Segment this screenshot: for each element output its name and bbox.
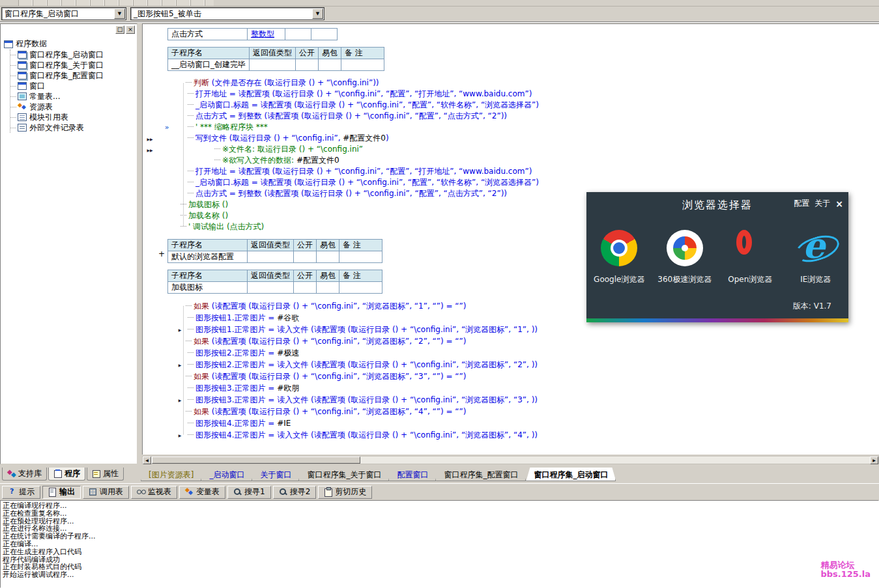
tree-item[interactable]: 资源表 — [10, 102, 136, 112]
table-cell[interactable] — [248, 251, 294, 263]
code-segment: #配置文件0 — [296, 156, 339, 165]
table-cell[interactable] — [339, 282, 382, 294]
table-header-cell: 子程序名 — [168, 48, 250, 59]
table-cell[interactable] — [294, 282, 317, 294]
table-cell[interactable] — [317, 251, 339, 263]
table-cell[interactable]: __启动窗口_创建完毕 — [168, 59, 250, 71]
window-set-combo[interactable]: 窗口程序集_启动窗口 ▼ — [1, 7, 126, 20]
table-cell[interactable] — [248, 282, 294, 294]
winset-icon — [18, 51, 27, 59]
gutter-marker-icon: ▶ — [174, 430, 186, 441]
var-table-cell[interactable] — [285, 29, 311, 40]
var-table-cell[interactable]: 点击方式 — [168, 29, 248, 40]
code-line[interactable]: 如果 (读配置项 (取运行目录 () + “\config.ini”, “浏览器… — [157, 335, 879, 347]
chevron-down-icon[interactable]: ▼ — [114, 8, 125, 19]
editor-tab[interactable]: 配置窗口 — [389, 468, 436, 481]
workspace-tab-prop[interactable]: 属性 — [87, 468, 124, 481]
close-icon[interactable]: × — [126, 25, 135, 34]
code-line[interactable]: 打开地址 = 读配置项 (取运行目录 () + “\config.ini”, “… — [157, 89, 879, 100]
tab-label: 监视表 — [148, 486, 171, 497]
code-line[interactable]: ▶图形按钮4.正常图片 = 读入文件 (读配置项 (取运行目录 () + “\c… — [157, 429, 879, 441]
code-line[interactable]: _启动窗口.标题 = 读配置项 (取运行目录 () + “\config.ini… — [157, 177, 879, 188]
output-tab[interactable]: 输出 — [42, 486, 81, 499]
fold-plus-marker[interactable]: + — [158, 249, 165, 259]
code-line[interactable]: ▶▶※文件名: 取运行目录 () + “\config.ini” — [157, 144, 879, 155]
browser-item[interactable]: Google浏览器 — [588, 230, 650, 285]
code-line[interactable]: »' *** 缩略程序块 *** — [157, 122, 879, 133]
tree-item[interactable]: 窗口程序集_配置窗口 — [10, 70, 136, 81]
code-line[interactable]: ▶图形按钮3.正常图片 = 读入文件 (读配置项 (取运行目录 () + “\c… — [157, 394, 879, 406]
output-tab[interactable]: 监视表 — [131, 486, 177, 499]
code-line[interactable]: 图形按钮2.正常图片 = #极速 — [157, 347, 879, 359]
chrome-icon[interactable] — [601, 230, 637, 266]
browser-item[interactable]: Open浏览器 — [719, 230, 781, 285]
table-cell[interactable] — [317, 282, 339, 294]
tree-item[interactable]: 窗口程序集_关于窗口 — [10, 60, 136, 70]
workspace-tab-lib[interactable]: 支持库 — [2, 468, 47, 481]
code-line[interactable]: ※欲写入文件的数据: #配置文件0 — [157, 155, 879, 166]
scrollbar-thumb[interactable] — [152, 456, 360, 464]
tree-item[interactable]: 模块引用表 — [10, 112, 136, 122]
table-cell[interactable]: 加载图标 — [168, 282, 248, 294]
workspace-tab-prog[interactable]: 程序 — [48, 468, 85, 481]
tree-root-program-data[interactable]: 程序数据 — [4, 38, 136, 49]
code-line[interactable]: 图形按钮3.正常图片 = #欧朋 — [157, 382, 879, 394]
code-line[interactable]: 如果 (读配置项 (取运行目录 () + “\config.ini”, “浏览器… — [157, 406, 879, 417]
horizontal-scrollbar[interactable]: ◀ ▶ — [142, 456, 879, 464]
var-table-cell[interactable]: 整数型 — [248, 29, 285, 40]
code-segment: (读配置项 (取运行目录 () + “\config.ini”, “浏览器图标”… — [212, 301, 467, 311]
output-tab[interactable]: 搜寻1 — [227, 486, 271, 499]
code-line[interactable]: _启动窗口.标题 = 读配置项 (取运行目录 () + “\config.ini… — [157, 100, 879, 111]
close-icon[interactable]: × — [835, 199, 843, 209]
chevron-down-icon[interactable]: ▼ — [312, 8, 323, 19]
browser-item[interactable]: IE浏览器 — [785, 230, 847, 285]
table-cell[interactable] — [296, 59, 319, 71]
editor-tab[interactable]: 关于窗口 — [252, 468, 299, 481]
table-cell[interactable]: 默认的浏览器配置 — [168, 251, 248, 263]
code-line[interactable]: ▶▶写到文件 (取运行目录 () + “\config.ini”, #配置文件0… — [157, 133, 879, 144]
code-segment: 判断 — [194, 78, 212, 87]
dock-icon[interactable]: □ — [115, 25, 124, 34]
editor-tab[interactable]: 窗口程序集_关于窗口 — [299, 468, 389, 481]
code-line[interactable]: 判断 (文件是否存在 (取运行目录 () + “\config.ini”)) — [157, 77, 879, 89]
tree-item[interactable]: 外部文件记录表 — [10, 122, 136, 133]
code-line[interactable]: 点击方式 = 到整数 (读配置项 (取运行目录 () + “\config.in… — [157, 111, 879, 122]
table-cell[interactable] — [250, 59, 296, 71]
code-segment: #IE — [277, 419, 291, 428]
program-data-panel: □ × 程序数据 窗口程序集_启动窗口窗口程序集_关于窗口窗口程序集_配置窗口窗… — [0, 23, 137, 464]
editor-tab[interactable]: [图片资源表] — [141, 468, 201, 481]
output-tab[interactable]: 变量表 — [179, 486, 225, 499]
output-tab[interactable]: 剪切历史 — [318, 486, 372, 499]
code-line[interactable]: 如果 (读配置项 (取运行目录 () + “\config.ini”, “浏览器… — [157, 371, 879, 382]
tree-item[interactable]: 窗口 — [10, 81, 136, 91]
table-cell[interactable] — [294, 251, 317, 263]
var-table-cell[interactable] — [311, 29, 338, 40]
tree-connector — [180, 226, 186, 227]
event-combo[interactable]: _图形按钮5_被单击 ▼ — [130, 7, 324, 20]
table-cell[interactable] — [339, 251, 382, 263]
editor-tab[interactable]: 窗口程序集_启动窗口 — [526, 468, 616, 481]
editor-tab[interactable]: _启动窗口 — [201, 468, 252, 481]
tree-item[interactable]: 窗口程序集_启动窗口 — [10, 49, 136, 60]
ie-icon[interactable] — [798, 230, 834, 266]
about-menu-item[interactable]: 关于 — [814, 198, 830, 209]
code-segment: 图形按钮3.正常图片 = — [195, 384, 277, 393]
opera-icon[interactable] — [732, 230, 768, 266]
code-line[interactable]: ▶图形按钮2.正常图片 = 读入文件 (读配置项 (取运行目录 () + “\c… — [157, 359, 879, 371]
table-cell[interactable] — [319, 59, 341, 71]
scroll-right-icon[interactable]: ▶ — [870, 456, 878, 464]
output-tab[interactable]: 提示 — [2, 486, 40, 499]
browser-item[interactable]: 360极速浏览器 — [654, 230, 716, 285]
output-tab[interactable]: 调用表 — [83, 486, 129, 499]
code-segment: 点击方式 = 到整数 (读配置项 (取运行目录 () + “\config.in… — [195, 111, 507, 120]
output-tab[interactable]: 搜寻2 — [273, 486, 317, 499]
tree-item[interactable]: 常量表... — [10, 91, 136, 102]
editor-tab[interactable]: 窗口程序集_配置窗口 — [436, 468, 526, 481]
config-menu-item[interactable]: 配置 — [794, 198, 809, 209]
s360-icon[interactable] — [667, 230, 703, 266]
code-line[interactable]: 图形按钮4.正常图片 = #IE — [157, 417, 879, 429]
scroll-left-icon[interactable]: ◀ — [143, 456, 151, 464]
table-cell[interactable] — [341, 59, 384, 71]
code-line[interactable]: ▶图形按钮1.正常图片 = 读入文件 (读配置项 (取运行目录 () + “\c… — [157, 324, 879, 335]
code-line[interactable]: 打开地址 = 读配置项 (取运行目录 () + “\config.ini”, “… — [157, 166, 879, 177]
